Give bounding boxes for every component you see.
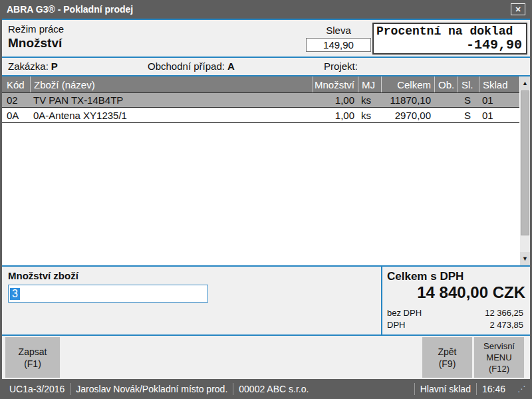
row-cell-mnozstvi: 1,00 — [313, 93, 358, 107]
vat-total-row: DPH 2 473,85 — [387, 320, 523, 330]
row-cell-celkem: 2970,00 — [381, 108, 434, 122]
table-row[interactable]: 02 TV PAN TX-14B4TP 1,00 ks 11870,10 S 0… — [2, 92, 530, 108]
separator-line — [2, 57, 530, 58]
project-label: Projekt: — [324, 61, 358, 72]
row-cell-sl: S — [458, 108, 479, 122]
net-total-label: bez DPH — [387, 308, 422, 318]
row-cell-kod: 02 — [2, 93, 30, 107]
discount-summary-box: Procentní na doklad -149,90 — [372, 23, 527, 55]
title-bar: ABRA G3® - Pokladní prodej ✕ — [0, 0, 532, 19]
service-menu-button[interactable]: Servisní MENU (F12) — [474, 337, 524, 378]
business-case-field: Obchodní případ:A — [148, 61, 235, 72]
back-button[interactable]: Zpět (F9) — [422, 337, 472, 378]
row-cell-ob — [434, 108, 458, 122]
discount-value: 149,90 — [306, 38, 371, 52]
close-icon[interactable]: ✕ — [511, 3, 525, 15]
row-cell-kod: 0A — [2, 108, 30, 122]
project-field: Projekt: — [324, 61, 358, 72]
column-header-nazev: Zboží (název) — [30, 76, 313, 92]
column-header-kod: Kód — [2, 76, 30, 92]
window: ABRA G3® - Pokladní prodej ✕ Režim práce… — [0, 0, 532, 399]
row-cell-mj: ks — [358, 93, 381, 107]
separator-line — [2, 265, 530, 267]
status-bar: UC1a-3/2016 Jaroslav Novák/Pokladní míst… — [0, 379, 532, 399]
save-button[interactable]: Zapsat (F1) — [5, 337, 60, 378]
total-with-vat-label: Celkem s DPH — [387, 270, 464, 283]
work-mode-value: Množství — [8, 36, 62, 51]
row-cell-ob — [434, 93, 458, 107]
column-header-mnozstvi: Množství — [313, 76, 358, 92]
work-mode-label: Režim práce — [8, 23, 64, 35]
table-header-row: Kód Zboží (název) Množství MJ Celkem Ob.… — [2, 76, 530, 92]
row-cell-celkem: 11870,10 — [381, 93, 434, 107]
separator-line — [2, 19, 530, 20]
order-field: Zakázka:P — [8, 61, 58, 72]
vat-total-label: DPH — [387, 320, 405, 330]
column-header-sl: Sl. — [458, 76, 479, 92]
status-user: Jaroslav Novák/Pokladní místo prod. — [70, 384, 233, 394]
discount-amount-text: -149,90 — [374, 37, 526, 53]
discount-type-text: Procentní na doklad — [374, 24, 526, 39]
quantity-input-value: 3 — [10, 288, 20, 300]
scroll-up-icon[interactable]: ▲ — [520, 76, 530, 90]
scroll-down-icon[interactable]: ▼ — [520, 252, 530, 265]
status-warehouse: Hlavní sklad — [415, 384, 476, 394]
status-time: 16:46 — [477, 384, 511, 394]
order-label: Zakázka: — [8, 61, 49, 72]
total-with-vat-value: 14 840,00 CZK — [386, 283, 525, 302]
row-cell-mnozstvi: 1,00 — [313, 108, 358, 122]
status-document: UC1a-3/2016 — [4, 384, 70, 394]
business-case-label: Obchodní případ: — [148, 61, 225, 72]
order-value: P — [51, 61, 58, 72]
discount-field: Sleva 149,90 — [306, 25, 371, 52]
separator-line — [2, 334, 530, 336]
net-total-row: bez DPH 12 366,25 — [387, 308, 523, 318]
status-company: 00002 ABC s.r.o. — [233, 384, 314, 394]
window-title: ABRA G3® - Pokladní prodej — [7, 4, 133, 15]
table-row[interactable]: 0A 0A-Antena XY1235/1 1,00 ks 2970,00 S … — [2, 108, 530, 123]
row-cell-mj: ks — [358, 108, 381, 122]
row-cell-nazev: TV PAN TX-14B4TP — [30, 93, 313, 107]
panel-divider — [381, 267, 382, 334]
vertical-scrollbar[interactable]: ▲ ▼ — [519, 76, 530, 265]
business-case-value: A — [227, 61, 235, 72]
resize-grip-icon[interactable]: ⋰ — [511, 384, 528, 394]
column-header-ob: Ob. — [434, 76, 458, 92]
quantity-entry-label: Množství zboží — [8, 270, 78, 281]
vat-total-value: 2 473,85 — [489, 320, 523, 330]
scrollbar-thumb[interactable] — [521, 90, 529, 235]
column-header-celkem: Celkem — [381, 76, 434, 92]
items-table: Kód Zboží (název) Množství MJ Celkem Ob.… — [2, 76, 530, 265]
row-cell-sl: S — [458, 93, 479, 107]
discount-label: Sleva — [306, 25, 371, 36]
column-header-mj: MJ — [358, 76, 381, 92]
net-total-value: 12 366,25 — [485, 308, 523, 318]
row-cell-nazev: 0A-Antena XY1235/1 — [30, 108, 313, 122]
quantity-input[interactable]: 3 — [8, 285, 208, 303]
